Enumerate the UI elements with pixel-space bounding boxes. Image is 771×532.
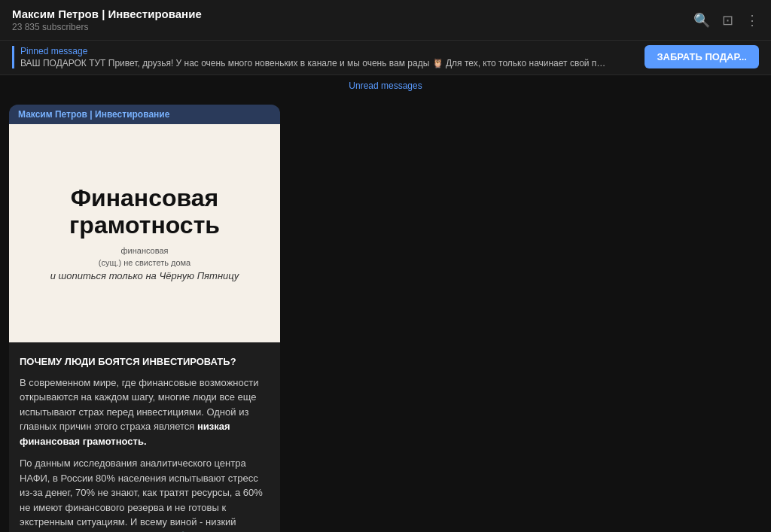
subscriber-count: 23 835 subscribers <box>12 22 202 32</box>
chat-header: Максим Петров | Инвестирование 23 835 su… <box>0 0 771 41</box>
header-actions: 🔍 ⊡ ⋮ <box>693 12 759 29</box>
columns-icon[interactable]: ⊡ <box>722 12 733 29</box>
pinned-content[interactable]: Pinned message ВАШ ПОДАРОК ТУТ Привет, д… <box>12 46 635 68</box>
grab-gift-button[interactable]: ЗАБРАТЬ ПОДАР... <box>645 45 759 68</box>
book-cover: Финансоваяграмотность финансовая (сущ.) … <box>9 124 280 342</box>
book-subtitle1: (сущ.) не свистеть дома <box>99 258 190 267</box>
book-subtitle2: и шопиться только на Чёрную Пятницу <box>50 270 239 281</box>
pinned-message-bar: Pinned message ВАШ ПОДАРОК ТУТ Привет, д… <box>0 41 771 75</box>
unread-divider: Unread messages <box>0 75 771 96</box>
message-heading1: ПОЧЕМУ ЛЮДИ БОЯТСЯ ИНВЕСТИРОВАТЬ? <box>20 354 270 369</box>
pinned-text: ВАШ ПОДАРОК ТУТ Привет, друзья! У нас оч… <box>20 58 608 68</box>
message-para1: В современном мире, где финансовые возмо… <box>20 375 270 449</box>
more-icon[interactable]: ⋮ <box>745 12 759 29</box>
channel-title: Максим Петров | Инвестирование <box>12 8 202 20</box>
message-card: Максим Петров | Инвестирование Финансова… <box>9 105 280 532</box>
book-title: Финансоваяграмотность <box>69 185 220 238</box>
channel-tag: Максим Петров | Инвестирование <box>9 105 280 124</box>
message-list[interactable]: Максим Петров | Инвестирование Финансова… <box>0 96 771 532</box>
unread-label: Unread messages <box>340 79 431 93</box>
channel-info: Максим Петров | Инвестирование 23 835 su… <box>12 8 202 32</box>
message-body: ПОЧЕМУ ЛЮДИ БОЯТСЯ ИНВЕСТИРОВАТЬ? В совр… <box>9 342 280 532</box>
book-label-small: финансовая <box>121 246 169 255</box>
pinned-label: Pinned message <box>20 46 635 56</box>
message-para2: По данным исследования аналитического це… <box>20 456 270 532</box>
search-icon[interactable]: 🔍 <box>693 12 710 29</box>
